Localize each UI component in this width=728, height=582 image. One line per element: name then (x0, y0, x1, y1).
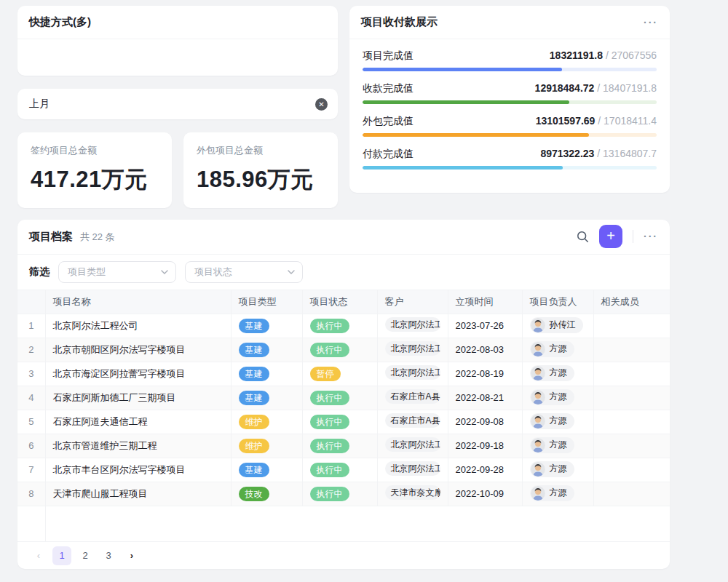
chevron-down-icon (288, 270, 295, 274)
status-badge: 执行中 (310, 343, 349, 357)
progress-done-value: 8971322.23 (540, 148, 594, 159)
filter-bar: 筛选 项目类型 项目状态 (17, 255, 670, 290)
progress-total-value: / 17018411.4 (595, 115, 657, 127)
status-badge: 执行中 (310, 439, 349, 453)
progress-track (363, 68, 657, 71)
owner-name: 方源 (550, 343, 567, 355)
table-row[interactable]: 2 北京市朝阳区阿尔法写字楼项目 基建 执行中 北京阿尔法工 2022-08-0… (17, 338, 670, 362)
project-status-cell: 执行中 (302, 314, 377, 338)
project-status-cell: 执行中 (302, 482, 377, 506)
table-row[interactable]: 6 北京市管道维护三期工程 维护 执行中 北京阿尔法工 2022-09-18 方… (17, 434, 670, 458)
customer-cell: 北京阿尔法工 (377, 314, 448, 338)
shortcuts-card-title: 快捷方式(多) (17, 6, 338, 39)
customer-tag: 天津市奈文摩 (385, 485, 440, 500)
start-date-cell: 2022-09-18 (448, 434, 522, 458)
col-members: 相关成员 (593, 290, 670, 314)
col-project-status: 项目状态 (302, 290, 377, 314)
start-date-cell: 2022-08-03 (448, 338, 522, 362)
owner-name: 方源 (550, 463, 567, 475)
stat-label: 签约项目总金额 (31, 144, 159, 157)
status-badge: 执行中 (310, 487, 349, 501)
col-project-name: 项目名称 (45, 290, 231, 314)
table-row[interactable]: 3 北京市海淀区阿拉蕾写字楼项目 基建 暂停 北京阿尔法工 2022-08-19… (17, 362, 670, 386)
table-row[interactable]: 8 天津市爬山服工程项目 技改 执行中 天津市奈文摩 2022-10-09 方源 (17, 482, 670, 506)
project-status-cell: 执行中 (302, 386, 377, 410)
type-badge: 基建 (239, 343, 269, 357)
col-row-number (17, 290, 45, 314)
stat-value: 417.21万元 (31, 164, 159, 195)
project-name-cell: 北京阿尔法工程公司 (45, 314, 231, 338)
col-start-date: 立项时间 (448, 290, 522, 314)
avatar (531, 486, 545, 501)
progress-track (363, 133, 657, 137)
progress-label: 项目完成值 (363, 49, 414, 63)
pagination-page-2[interactable]: 2 (76, 546, 95, 565)
owner-tag: 方源 (530, 389, 574, 405)
customer-cell: 北京阿尔法工 (377, 362, 448, 386)
status-badge: 暂停 (310, 367, 341, 381)
progress-row: 项目完成值 18321191.8 / 27067556 (363, 49, 657, 71)
pagination-page-3[interactable]: 3 (99, 546, 118, 565)
table-row[interactable]: 1 北京阿尔法工程公司 基建 执行中 北京阿尔法工 2023-07-26 孙传江 (17, 314, 670, 338)
type-badge: 基建 (239, 391, 269, 405)
owner-tag: 孙传江 (530, 317, 583, 333)
project-status-cell: 执行中 (302, 410, 377, 434)
start-date-cell: 2022-08-19 (448, 362, 522, 386)
pagination-page-1[interactable]: 1 (52, 546, 71, 565)
outsourced-amount-card: 外包项目总金额 185.96万元 (183, 132, 338, 208)
pagination-next-button[interactable]: › (122, 546, 141, 565)
status-badge: 执行中 (310, 391, 349, 405)
project-status-cell: 执行中 (302, 434, 377, 458)
signed-amount-card: 签约项目总金额 417.21万元 (17, 132, 172, 208)
owner-cell: 方源 (522, 410, 593, 434)
progress-values: 18321191.8 / 27067556 (550, 49, 657, 61)
add-record-button[interactable]: + (599, 225, 622, 248)
record-count: 共 22 条 (80, 231, 115, 244)
customer-cell: 北京阿尔法工 (377, 338, 448, 362)
payment-overview-card: 项目收付款展示 ··· 项目完成值 18321191.8 / 27067556 … (349, 6, 670, 193)
owner-tag: 方源 (530, 365, 574, 381)
project-name-cell: 北京市海淀区阿拉蕾写字楼项目 (45, 362, 231, 386)
pagination: ‹123› (17, 541, 670, 569)
project-type-dropdown[interactable]: 项目类型 (58, 261, 176, 283)
clear-filter-icon[interactable]: ✕ (315, 98, 328, 111)
table-row[interactable]: 7 北京市丰台区阿尔法写字楼项目 基建 执行中 北京阿尔法工 2022-09-2… (17, 458, 670, 482)
project-status-cell: 执行中 (302, 338, 377, 362)
project-name-cell: 北京市丰台区阿尔法写字楼项目 (45, 458, 231, 482)
table-more-options-icon[interactable]: ··· (644, 231, 658, 242)
table-row[interactable]: 5 石家庄阿道夫通信工程 维护 执行中 石家庄市A县 2022-09-08 方源 (17, 410, 670, 434)
start-date-cell: 2022-09-08 (448, 410, 522, 434)
more-options-icon[interactable]: ··· (644, 17, 658, 28)
project-archive-card: 项目档案 共 22 条 + ··· 筛选 项目类型 (17, 220, 670, 569)
table-header-row: 项目名称 项目类型 项目状态 客户 立项时间 项目负责人 相关成员 (17, 290, 670, 314)
progress-done-value: 18321191.8 (550, 49, 603, 61)
col-owner: 项目负责人 (522, 290, 593, 314)
stat-label: 外包项目总金额 (197, 144, 325, 157)
progress-label: 收款完成值 (363, 82, 414, 95)
row-number: 5 (17, 410, 45, 434)
row-number: 3 (17, 362, 45, 386)
project-type-cell: 维护 (231, 410, 302, 434)
project-type-cell: 技改 (231, 482, 302, 506)
customer-cell: 石家庄市A县 (377, 410, 448, 434)
customer-cell: 北京阿尔法工 (377, 458, 448, 482)
members-cell (593, 410, 670, 434)
start-date-cell: 2023-07-26 (448, 314, 522, 338)
owner-name: 方源 (550, 391, 567, 403)
search-icon[interactable] (577, 231, 589, 243)
members-cell (593, 314, 670, 338)
owner-tag: 方源 (530, 437, 574, 453)
owner-name: 方源 (550, 439, 567, 451)
progress-list: 项目完成值 18321191.8 / 27067556 收款完成值 129184… (349, 39, 670, 191)
project-table: 项目名称 项目类型 项目状态 客户 立项时间 项目负责人 相关成员 1 北京阿尔… (17, 290, 670, 542)
pagination-prev-button[interactable]: ‹ (29, 546, 48, 565)
project-type-cell: 基建 (231, 314, 302, 338)
progress-row: 外包完成值 13101597.69 / 17018411.4 (363, 115, 657, 137)
date-filter-chip-card[interactable]: 上月 ✕ (17, 89, 338, 119)
project-status-dropdown[interactable]: 项目状态 (185, 261, 303, 283)
progress-done-value: 13101597.69 (536, 115, 596, 127)
table-row[interactable]: 4 石家庄阿斯加德工厂三期项目 基建 执行中 石家庄市A县 2022-08-21… (17, 386, 670, 410)
customer-tag: 北京阿尔法工 (385, 317, 440, 332)
owner-cell: 方源 (522, 482, 593, 506)
project-name-cell: 北京市朝阳区阿尔法写字楼项目 (45, 338, 231, 362)
